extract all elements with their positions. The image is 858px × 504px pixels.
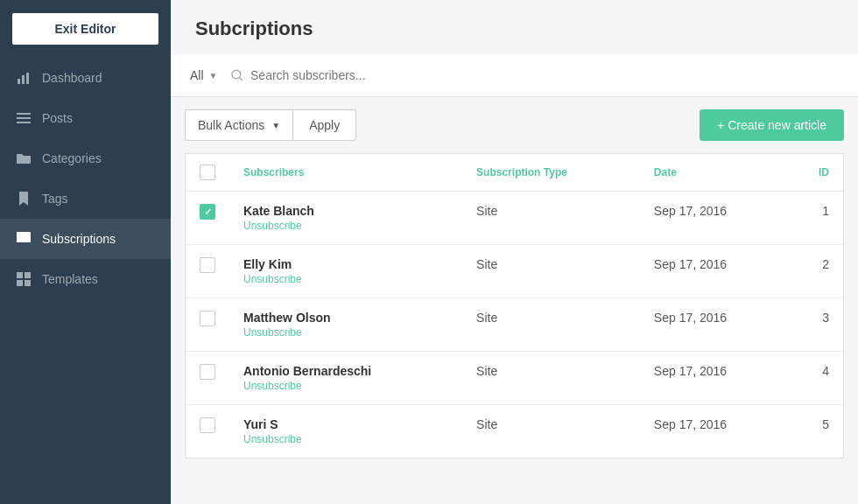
row-id-cell: 2: [791, 245, 843, 298]
table-row: Kate Blanch Unsubscribe Site Sep 17, 201…: [186, 192, 843, 245]
svg-point-7: [18, 234, 22, 237]
filter-all-select[interactable]: All ▼: [185, 65, 222, 86]
row-subscriber-cell: Yuri S Unsubscribe: [229, 405, 462, 458]
chevron-down-icon: ▼: [271, 121, 280, 130]
row-subscription-type-cell: Site: [462, 405, 640, 458]
row-subscriber-cell: Elly Kim Unsubscribe: [229, 245, 462, 298]
main-content: Subcriptions All ▼ Bulk Actions ▼ Apply …: [171, 0, 858, 504]
bulk-actions-button[interactable]: Bulk Actions ▼: [185, 109, 292, 141]
row-id-cell: 1: [791, 192, 843, 245]
header-checkbox-col: [186, 154, 229, 192]
bar-chart-icon: [16, 70, 32, 86]
table-row: Matthew Olson Unsubscribe Site Sep 17, 2…: [186, 298, 843, 352]
row-date-cell: Sep 17, 2016: [640, 405, 791, 458]
row-checkbox-cell: [186, 352, 229, 405]
search-box: [231, 65, 844, 86]
row-checkbox-cell: [186, 405, 229, 458]
row-subscription-type-cell: Site: [462, 245, 640, 298]
search-icon: [231, 69, 243, 81]
chevron-down-icon: ▼: [209, 71, 218, 80]
svg-rect-8: [17, 272, 23, 278]
sidebar-item-templates[interactable]: Templates: [0, 259, 171, 299]
svg-rect-11: [25, 280, 31, 286]
row-checkbox-cell: [186, 245, 229, 298]
unsubscribe-link[interactable]: Unsubscribe: [243, 326, 302, 339]
table-row: Elly Kim Unsubscribe Site Sep 17, 2016 2: [186, 245, 843, 298]
row-checkbox-cell: [186, 298, 229, 352]
sidebar: Exit Editor Dashboard Posts Categories T…: [0, 0, 171, 504]
row-checkbox[interactable]: [200, 311, 215, 326]
svg-rect-4: [17, 117, 31, 119]
table-row: Yuri S Unsubscribe Site Sep 17, 2016 5: [186, 405, 843, 458]
unsubscribe-link[interactable]: Unsubscribe: [243, 433, 302, 445]
row-subscription-type-cell: Site: [462, 192, 640, 245]
header-subscription-type: Subscription Type: [462, 154, 640, 192]
row-checkbox[interactable]: [200, 364, 215, 380]
subscriber-name: Yuri S: [243, 417, 448, 431]
unsubscribe-link[interactable]: Unsubscribe: [243, 220, 302, 232]
row-checkbox[interactable]: [200, 417, 215, 433]
row-date-cell: Sep 17, 2016: [640, 298, 791, 352]
filter-bar: All ▼: [171, 54, 858, 97]
sidebar-item-dashboard-label: Dashboard: [42, 71, 102, 85]
sidebar-item-templates-label: Templates: [42, 272, 98, 286]
create-new-article-button[interactable]: + Create new article: [700, 109, 844, 141]
subscribers-table: Subscribers Subscription Type Date ID Ka…: [186, 154, 843, 458]
header-subscribers: Subscribers: [229, 154, 462, 192]
svg-rect-0: [18, 79, 20, 84]
sidebar-nav: Dashboard Posts Categories Tags Subscrip…: [0, 58, 171, 504]
row-date-cell: Sep 17, 2016: [640, 352, 791, 405]
subscriber-name: Antonio Bernardeschi: [243, 364, 448, 378]
folder-icon: [16, 150, 32, 166]
sidebar-item-subscriptions[interactable]: Subscriptions: [0, 219, 171, 259]
row-subscriber-cell: Antonio Bernardeschi Unsubscribe: [229, 352, 462, 405]
row-subscriber-cell: Kate Blanch Unsubscribe: [229, 192, 462, 245]
unsubscribe-link[interactable]: Unsubscribe: [243, 273, 302, 285]
row-date-cell: Sep 17, 2016: [640, 192, 791, 245]
svg-line-13: [240, 78, 243, 80]
row-date-cell: Sep 17, 2016: [640, 245, 791, 298]
row-id-cell: 5: [791, 405, 843, 458]
sidebar-item-tags[interactable]: Tags: [0, 178, 171, 219]
svg-rect-5: [17, 122, 31, 123]
header-id: ID: [791, 154, 843, 192]
row-checkbox-cell: [186, 192, 229, 245]
svg-rect-10: [17, 280, 23, 286]
svg-rect-2: [26, 73, 29, 84]
row-checkbox[interactable]: [200, 257, 215, 273]
sidebar-item-posts-label: Posts: [42, 111, 73, 125]
table-header: Subscribers Subscription Type Date ID: [186, 154, 843, 192]
list-icon: [16, 110, 32, 126]
svg-rect-1: [22, 75, 25, 84]
exit-editor-button[interactable]: Exit Editor: [12, 13, 158, 45]
apply-button[interactable]: Apply: [292, 109, 356, 141]
table-row: Antonio Bernardeschi Unsubscribe Site Se…: [186, 352, 843, 405]
svg-rect-9: [25, 272, 31, 278]
row-id-cell: 4: [791, 352, 843, 405]
subscriber-name: Elly Kim: [243, 257, 448, 271]
unsubscribe-link[interactable]: Unsubscribe: [243, 380, 302, 392]
subscriber-name: Kate Blanch: [243, 204, 448, 218]
sidebar-item-categories[interactable]: Categories: [0, 138, 171, 178]
row-subscription-type-cell: Site: [462, 298, 640, 352]
filter-all-label: All: [190, 68, 204, 82]
row-checkbox[interactable]: [200, 204, 215, 220]
subscriber-name: Matthew Olson: [243, 311, 448, 325]
row-id-cell: 3: [791, 298, 843, 352]
svg-rect-3: [17, 113, 31, 115]
page-title: Subcriptions: [195, 18, 833, 40]
table-body: Kate Blanch Unsubscribe Site Sep 17, 201…: [186, 192, 843, 458]
search-input[interactable]: [250, 68, 844, 82]
select-all-checkbox[interactable]: [200, 164, 215, 180]
row-subscription-type-cell: Site: [462, 352, 640, 405]
image-icon: [16, 231, 32, 247]
header-date: Date: [640, 154, 791, 192]
bookmark-icon: [16, 191, 32, 206]
subscribers-table-container: Subscribers Subscription Type Date ID Ka…: [185, 153, 844, 458]
sidebar-item-tags-label: Tags: [42, 192, 68, 206]
bulk-actions-label: Bulk Actions: [198, 118, 264, 132]
sidebar-item-categories-label: Categories: [42, 151, 102, 165]
sidebar-item-posts[interactable]: Posts: [0, 98, 171, 138]
page-header: Subcriptions: [171, 0, 858, 54]
sidebar-item-dashboard[interactable]: Dashboard: [0, 58, 171, 98]
